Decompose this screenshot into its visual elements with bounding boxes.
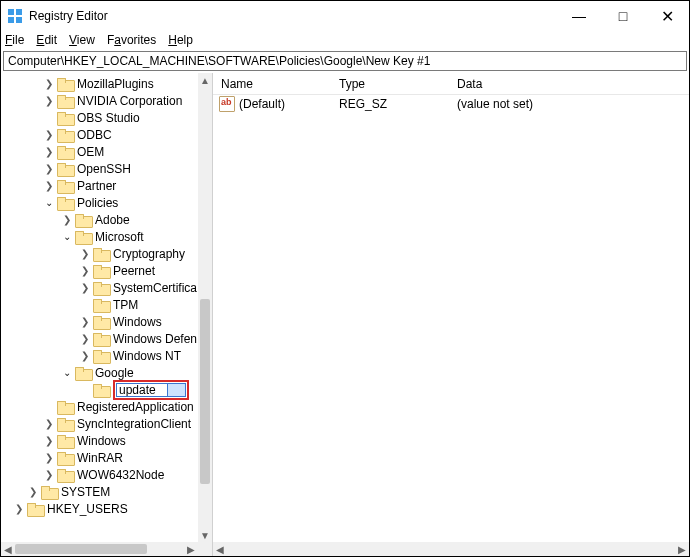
tree-item-obs[interactable]: OBS Studio	[1, 109, 198, 126]
chevron-right-icon[interactable]: ❯	[79, 248, 91, 260]
maximize-button[interactable]: □	[601, 1, 645, 31]
column-header-data[interactable]: Data	[449, 74, 689, 94]
tree-label: Cryptography	[113, 247, 185, 261]
tree-item-nvidia[interactable]: ❯NVIDIA Corporation	[1, 92, 198, 109]
tree-item-hkey-users[interactable]: ❯HKEY_USERS	[1, 500, 198, 517]
column-header-name[interactable]: Name	[213, 74, 331, 94]
tree-item-microsoft[interactable]: ⌄Microsoft	[1, 228, 198, 245]
scroll-thumb[interactable]	[200, 299, 210, 484]
chevron-right-icon[interactable]: ❯	[79, 350, 91, 362]
tree-item-system[interactable]: ❯SYSTEM	[1, 483, 198, 500]
tree-label: SYSTEM	[61, 485, 110, 499]
scroll-thumb[interactable]	[15, 544, 147, 554]
tree-horizontal-scrollbar[interactable]: ◀ ▶	[1, 542, 212, 556]
chevron-right-icon[interactable]: ❯	[43, 435, 55, 447]
tree-item-tpm[interactable]: TPM	[1, 296, 198, 313]
tree-item-partner[interactable]: ❯Partner	[1, 177, 198, 194]
chevron-right-icon[interactable]: ❯	[27, 486, 39, 498]
svg-rect-0	[8, 9, 14, 15]
tree-item-peernet[interactable]: ❯Peernet	[1, 262, 198, 279]
chevron-right-icon[interactable]: ❯	[43, 469, 55, 481]
tree-item-cryptography[interactable]: ❯Cryptography	[1, 245, 198, 262]
list-row[interactable]: (Default) REG_SZ (value not set)	[213, 95, 689, 113]
tree-item-openssh[interactable]: ❯OpenSSH	[1, 160, 198, 177]
menu-view[interactable]: View	[69, 33, 95, 47]
scroll-track[interactable]	[227, 542, 675, 556]
tree-label: Policies	[77, 196, 118, 210]
folder-icon	[57, 111, 73, 125]
folder-icon	[93, 298, 109, 312]
tree-item-windows-nt[interactable]: ❯Windows NT	[1, 347, 198, 364]
scroll-left-icon[interactable]: ◀	[1, 542, 15, 556]
chevron-right-icon[interactable]: ❯	[43, 95, 55, 107]
scroll-track[interactable]	[15, 542, 184, 556]
chevron-down-icon[interactable]: ⌄	[61, 367, 73, 379]
tree-label: Peernet	[113, 264, 155, 278]
scroll-track[interactable]	[198, 87, 212, 528]
menu-edit[interactable]: Edit	[36, 33, 57, 47]
rename-selection	[168, 383, 186, 397]
scroll-thumb[interactable]	[227, 544, 675, 554]
tree[interactable]: ❯MozillaPlugins ❯NVIDIA Corporation OBS …	[1, 73, 198, 542]
folder-icon	[75, 366, 91, 380]
rename-highlight	[113, 380, 189, 400]
scroll-down-icon[interactable]: ▼	[198, 528, 212, 542]
scroll-up-icon[interactable]: ▲	[198, 73, 212, 87]
folder-icon	[57, 179, 73, 193]
chevron-right-icon[interactable]: ❯	[79, 265, 91, 277]
list-horizontal-scrollbar[interactable]: ◀ ▶	[213, 542, 689, 556]
scroll-left-icon[interactable]: ◀	[213, 542, 227, 556]
tree-label: Windows	[113, 315, 162, 329]
chevron-right-icon[interactable]: ❯	[79, 316, 91, 328]
scroll-corner	[198, 542, 212, 556]
tree-item-windows[interactable]: ❯Windows	[1, 313, 198, 330]
menu-favorites[interactable]: Favorites	[107, 33, 156, 47]
chevron-right-icon[interactable]: ❯	[43, 78, 55, 90]
tree-label: WinRAR	[77, 451, 123, 465]
tree-item-windows-software[interactable]: ❯Windows	[1, 432, 198, 449]
chevron-right-icon[interactable]: ❯	[13, 503, 25, 515]
menu-help[interactable]: Help	[168, 33, 193, 47]
tree-vertical-scrollbar[interactable]: ▲ ▼	[198, 73, 212, 542]
tree-label: Windows NT	[113, 349, 181, 363]
tree-item-systemcertificates[interactable]: ❯SystemCertifica	[1, 279, 198, 296]
tree-label: Adobe	[95, 213, 130, 227]
rename-input[interactable]	[116, 383, 168, 397]
svg-rect-2	[8, 17, 14, 23]
chevron-down-icon[interactable]: ⌄	[61, 231, 73, 243]
tree-item-policies[interactable]: ⌄Policies	[1, 194, 198, 211]
chevron-right-icon[interactable]: ❯	[43, 418, 55, 430]
tree-item-windows-defender[interactable]: ❯Windows Defen	[1, 330, 198, 347]
scroll-right-icon[interactable]: ▶	[184, 542, 198, 556]
tree-item-adobe[interactable]: ❯Adobe	[1, 211, 198, 228]
tree-label: OpenSSH	[77, 162, 131, 176]
tree-item-winrar[interactable]: ❯WinRAR	[1, 449, 198, 466]
list-body[interactable]: (Default) REG_SZ (value not set)	[213, 95, 689, 542]
tree-item-wow6432node[interactable]: ❯WOW6432Node	[1, 466, 198, 483]
address-bar[interactable]: Computer\HKEY_LOCAL_MACHINE\SOFTWARE\Pol…	[3, 51, 687, 71]
chevron-right-icon[interactable]: ❯	[79, 333, 91, 345]
chevron-right-icon[interactable]: ❯	[43, 163, 55, 175]
close-button[interactable]: ✕	[645, 1, 689, 31]
tree-item-new-key-editing[interactable]	[1, 381, 198, 398]
menu-file[interactable]: File	[5, 33, 24, 47]
column-header-type[interactable]: Type	[331, 74, 449, 94]
tree-item-oem[interactable]: ❯OEM	[1, 143, 198, 160]
chevron-right-icon[interactable]: ❯	[43, 129, 55, 141]
chevron-right-icon[interactable]: ❯	[43, 452, 55, 464]
chevron-right-icon[interactable]: ❯	[61, 214, 73, 226]
tree-item-odbc[interactable]: ❯ODBC	[1, 126, 198, 143]
minimize-button[interactable]: —	[557, 1, 601, 31]
tree-label: SystemCertifica	[113, 281, 197, 295]
tree-item-syncintegrationclients[interactable]: ❯SyncIntegrationClient	[1, 415, 198, 432]
chevron-right-icon[interactable]: ❯	[79, 282, 91, 294]
chevron-down-icon[interactable]: ⌄	[43, 197, 55, 209]
scroll-right-icon[interactable]: ▶	[675, 542, 689, 556]
value-name: (Default)	[239, 97, 285, 111]
tree-item-google[interactable]: ⌄Google	[1, 364, 198, 381]
tree-item-mozillaplugins[interactable]: ❯MozillaPlugins	[1, 75, 198, 92]
chevron-right-icon[interactable]: ❯	[43, 146, 55, 158]
tree-label: ODBC	[77, 128, 112, 142]
chevron-right-icon[interactable]: ❯	[43, 180, 55, 192]
tree-item-registeredapplications[interactable]: RegisteredApplication	[1, 398, 198, 415]
